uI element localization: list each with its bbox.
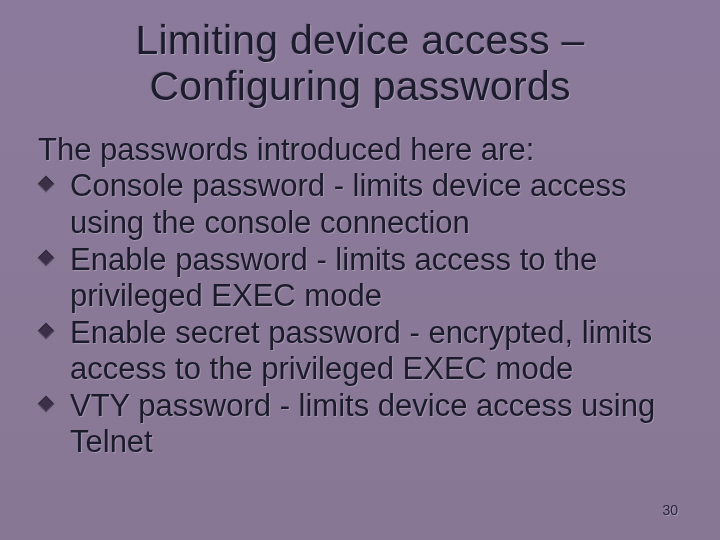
bullet-text: Console password - limits device access … (70, 168, 684, 241)
bullet-text: Enable password - limits access to the p… (70, 242, 684, 315)
title-line-1: Limiting device access – (135, 17, 584, 63)
slide: Limiting device access – Configuring pas… (0, 0, 720, 540)
intro-text: The passwords introduced here are: (38, 132, 684, 169)
bullet-icon (38, 395, 55, 412)
list-item: Console password - limits device access … (40, 168, 684, 241)
bullet-text: VTY password - limits device access usin… (70, 388, 684, 461)
slide-title: Limiting device access – Configuring pas… (36, 18, 684, 110)
bullet-text: Enable secret password - encrypted, limi… (70, 315, 684, 388)
list-item: Enable password - limits access to the p… (40, 242, 684, 315)
list-item: Enable secret password - encrypted, limi… (40, 315, 684, 388)
bullet-icon (38, 249, 55, 266)
list-item: VTY password - limits device access usin… (40, 388, 684, 461)
slide-number: 30 (662, 502, 678, 518)
bullet-icon (38, 322, 55, 339)
title-line-2: Configuring passwords (149, 63, 570, 109)
bullet-list: Console password - limits device access … (40, 168, 684, 461)
bullet-icon (38, 176, 55, 193)
